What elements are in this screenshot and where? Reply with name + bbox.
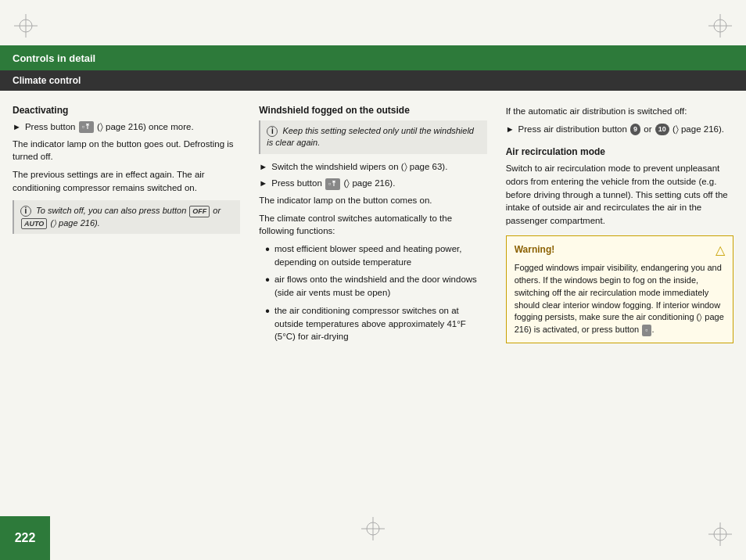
deactivating-para-1: The indicator lamp on the button goes ou… [13, 138, 240, 163]
indicator-lamp-para: The indicator lamp on the button comes o… [259, 194, 486, 207]
auto-button-icon: AUTO [21, 218, 47, 230]
bullet-text-3: the air conditioning compressor switches… [274, 304, 487, 343]
right-column: If the automatic air distribution is swi… [506, 105, 733, 513]
dot-bullet-1: • [265, 242, 270, 257]
windshield-heading: Windshield fogged on the outside [259, 105, 486, 116]
arrow-bullet-4: ► [506, 123, 515, 136]
dot-bullet-3: • [265, 304, 270, 318]
defrost-button-icon: ▫⤒ [79, 121, 94, 133]
bullet-text-2: air flows onto the windshield and the do… [274, 273, 487, 299]
deactivating-arrow-item-1: ► Press button ▫⤒ (〉 page 216) once more… [13, 120, 240, 134]
dot-bullet-2: • [265, 273, 270, 287]
windshield-arrow-item-2: ► Press button ▫⤒ (〉 page 216). [259, 177, 486, 190]
warning-header: Warning! △ [515, 242, 725, 257]
corner-crosshair-tl [14, 14, 38, 38]
defrost-button-icon-2: ▫⤒ [325, 178, 340, 190]
deactivating-heading: Deactivating [13, 105, 240, 116]
auto-intro-para: If the automatic air distribution is swi… [506, 105, 733, 118]
middle-column: Windshield fogged on the outside i Keep … [259, 105, 486, 513]
info-note-deactivating: i To switch off, you can also press butt… [13, 200, 240, 234]
warning-triangle-icon: △ [716, 242, 725, 257]
deactivating-para-2: The previous settings are in effect agai… [13, 168, 240, 194]
warning-box: Warning! △ Fogged windows impair visibil… [506, 235, 733, 344]
bullet-text-1: most efficient blower speed and heating … [274, 242, 487, 268]
keep-setting-text: Keep this setting selected only until th… [267, 126, 474, 147]
info-icon-2: i [267, 126, 278, 137]
right-arrow-item-1: ► Press air distribution button 9 or 10 … [506, 123, 733, 136]
windshield-arrow-item-1: ► Switch the windshield wipers on (〉 pag… [259, 160, 486, 174]
recirc-button-icon: ▫ [642, 325, 651, 336]
warning-title: Warning! [515, 244, 555, 255]
off-button-icon: OFF [189, 206, 210, 217]
sub-header: Climate control [0, 70, 746, 91]
right-arrow-text-1: Press air distribution button 9 or 10 (〉… [518, 123, 724, 136]
air-recirc-heading: Air recirculation mode [506, 146, 733, 157]
air-recirc-para: Switch to air recirculation mode to prev… [506, 162, 733, 227]
arrow-bullet-3: ► [259, 177, 267, 190]
deactivating-arrow-text-1: Press button ▫⤒ (〉 page 216) once more. [25, 120, 194, 134]
left-column: Deactivating ► Press button ▫⤒ (〉 page 2… [13, 105, 240, 513]
warning-text: Fogged windows impair visibility, endang… [515, 262, 725, 337]
dist-btn-9: 9 [630, 124, 640, 135]
arrow-bullet-2: ► [259, 160, 267, 174]
auto-switches-para: The climate control switches automatical… [259, 212, 486, 238]
header-bar: Controls in detail [0, 45, 746, 70]
arrow-bullet: ► [13, 120, 21, 134]
bullet-item-3: • the air conditioning compressor switch… [259, 304, 486, 343]
windshield-arrow-text-2: Press button ▫⤒ (〉 page 216). [271, 177, 395, 190]
header-title: Controls in detail [13, 52, 95, 64]
corner-crosshair-tr [708, 14, 732, 38]
sub-header-title: Climate control [13, 75, 81, 86]
dist-btn-10: 10 [655, 124, 669, 135]
info-note-windshield: i Keep this setting selected only until … [259, 120, 486, 154]
content-area: Deactivating ► Press button ▫⤒ (〉 page 2… [0, 91, 746, 560]
windshield-arrow-text-1: Switch the windshield wipers on (〉 page … [271, 160, 447, 174]
bullet-item-1: • most efficient blower speed and heatin… [259, 242, 486, 268]
info-icon: i [20, 206, 31, 217]
bullet-item-2: • air flows onto the windshield and the … [259, 273, 486, 299]
